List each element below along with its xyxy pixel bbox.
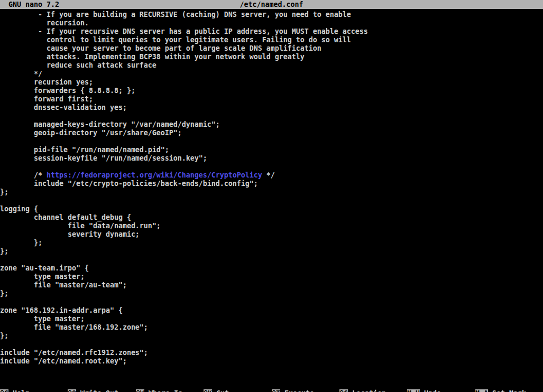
editor-line: cause your server to become part of larg…: [0, 44, 543, 53]
editor-line: dnssec-validation yes;: [0, 104, 543, 112]
file-path-title: /etc/named.conf: [0, 0, 543, 9]
shortcut-key: ^G: [0, 389, 8, 392]
editor-line: geoip-directory "/usr/share/GeoIP";: [0, 129, 543, 137]
editor-line: file "master/168.192.zone";: [0, 323, 543, 332]
editor-line: include "/etc/named.rfc1912.zones";: [0, 349, 543, 357]
editor-line: control to limit queries to your legitim…: [0, 36, 543, 44]
editor-line: attacks. Implementing BCP38 within your …: [0, 53, 543, 61]
shortcut-key: M-A: [475, 389, 488, 392]
editor-line: logging {: [0, 205, 543, 213]
shortcut-label: Set Mark: [488, 389, 526, 392]
editor-line: session-keyfile "/run/named/session.key"…: [0, 154, 543, 163]
shortcut-key: ^O: [68, 389, 76, 392]
crypto-policy-url[interactable]: https://fedoraproject.org/wiki/Changes/C…: [47, 171, 262, 179]
editor-line: [0, 163, 543, 171]
editor-line: */: [0, 70, 543, 78]
editor-line: [0, 197, 543, 205]
editor-line: pid-file "/run/named/named.pid";: [0, 146, 543, 154]
editor-content[interactable]: - If you are building a RECURSIVE (cachi…: [0, 11, 543, 366]
comment-close: */: [262, 171, 275, 179]
editor-line: - If you are building a RECURSIVE (cachi…: [0, 11, 543, 19]
editor-line: managed-keys-directory "/var/named/dynam…: [0, 120, 543, 129]
editor-line: include "/etc/named.root.key";: [0, 357, 543, 366]
editor-line: forwarders { 8.8.8.8; };: [0, 87, 543, 95]
shortcut-M-U: M-U Undo: [407, 389, 441, 392]
shortcut-^T: ^T Execute: [272, 389, 314, 392]
editor-line: };: [0, 188, 543, 197]
shortcut-label: Location: [348, 389, 386, 392]
comment-open: /*: [0, 171, 47, 179]
shortcut-label: Undo: [420, 389, 441, 392]
shortcut-key: ^T: [272, 389, 280, 392]
shortcut-label: Execute: [280, 389, 314, 392]
editor-line: [0, 112, 543, 120]
shortcut-label: Cut: [212, 389, 229, 392]
shortcut-^W: ^W Where Is: [136, 389, 182, 392]
editor-line: [0, 340, 543, 349]
editor-line: recursion yes;: [0, 78, 543, 87]
shortcut-key: ^W: [136, 389, 144, 392]
editor-line: zone "au-team.irpo" {: [0, 264, 543, 273]
editor-line: recursion.: [0, 19, 543, 27]
help-bar-row1: ^G Help^O Write Out^W Where Is^K Cut^T E…: [0, 389, 543, 392]
shortcut-label: Write Out: [76, 389, 118, 392]
shortcut-M-A: M-A Set Mark: [475, 389, 526, 392]
terminal-screen[interactable]: GNU nano 7.2 /etc/named.conf - If you ar…: [0, 0, 543, 392]
nano-titlebar: GNU nano 7.2 /etc/named.conf: [0, 0, 543, 9]
editor-line: type master;: [0, 315, 543, 323]
editor-line: reduce such attack surface: [0, 61, 543, 70]
editor-line: zone "168.192.in-addr.arpa" {: [0, 306, 543, 315]
editor-line: };: [0, 239, 543, 247]
editor-line: [0, 298, 543, 306]
editor-line: };: [0, 247, 543, 256]
editor-line: severity dynamic;: [0, 230, 543, 239]
editor-line: file "master/au-team";: [0, 281, 543, 290]
shortcut-key: ^K: [204, 389, 212, 392]
shortcut-^C: ^C Location: [339, 389, 386, 392]
shortcut-key: ^C: [339, 389, 348, 392]
editor-line: /* https://fedoraproject.org/wiki/Change…: [0, 171, 543, 180]
shortcut-^G: ^G Help: [0, 389, 30, 392]
editor-line: - If your recursive DNS server has a pub…: [0, 27, 543, 36]
editor-line: channel default_debug {: [0, 213, 543, 222]
shortcut-key: M-U: [407, 389, 420, 392]
shortcut-label: Where Is: [144, 389, 182, 392]
editor-line: [0, 137, 543, 146]
editor-line: };: [0, 332, 543, 340]
shortcut-^O: ^O Write Out: [68, 389, 118, 392]
editor-line: };: [0, 290, 543, 298]
editor-line: forward first;: [0, 95, 543, 104]
editor-line: [0, 256, 543, 264]
editor-line: include "/etc/crypto-policies/back-ends/…: [0, 180, 543, 188]
shortcut-label: Help: [8, 389, 30, 392]
editor-line: file "data/named.run";: [0, 222, 543, 230]
shortcut-^K: ^K Cut: [204, 389, 229, 392]
editor-line: type master;: [0, 273, 543, 281]
